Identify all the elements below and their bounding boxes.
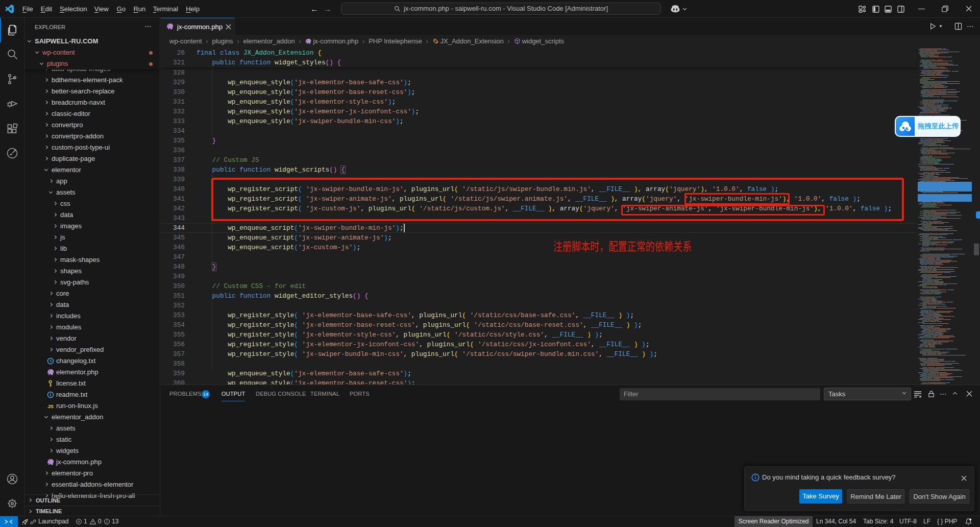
svg-text:JS: JS bbox=[47, 403, 54, 409]
